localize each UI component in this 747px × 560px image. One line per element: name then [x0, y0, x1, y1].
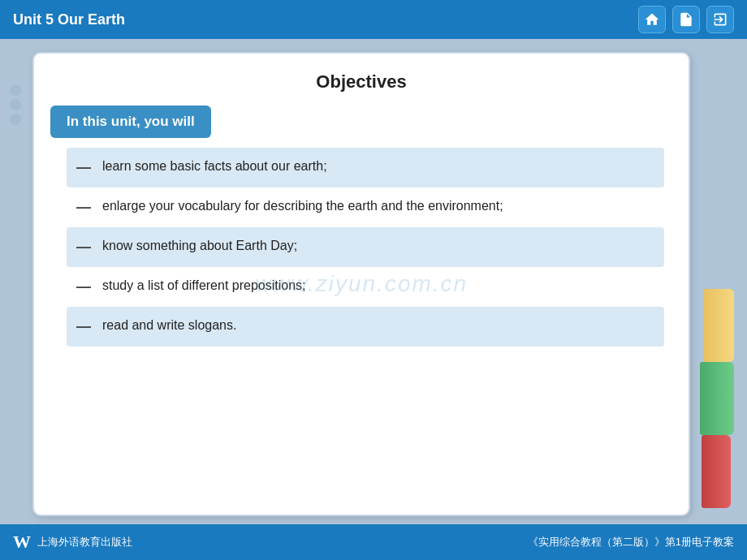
document-icon — [678, 11, 694, 28]
logo-letter: W — [13, 532, 31, 553]
book-decoration-1 — [703, 289, 734, 362]
main-area: Objectives In this unit, you will www.zi… — [0, 39, 747, 524]
objective-text: read and write slogans. — [102, 316, 236, 335]
list-item: — know something about Earth Day; — [67, 227, 664, 267]
content-card: Objectives In this unit, you will www.zi… — [32, 52, 690, 516]
deco-dot-1 — [10, 84, 21, 96]
left-decoration — [10, 52, 24, 516]
list-item: — enlarge your vocabulary for describing… — [67, 187, 664, 227]
bottom-bar: W 上海外语教育出版社 《实用综合教程（第二版）》第1册电子教案 — [0, 524, 747, 560]
book-decoration-2 — [700, 362, 734, 435]
home-button[interactable] — [638, 6, 666, 33]
page-title: Unit 5 Our Earth — [13, 11, 125, 28]
list-item: — study a list of different prepositions… — [67, 267, 664, 307]
objectives-list: — learn some basic facts about our earth… — [67, 148, 664, 347]
dash-icon: — — [76, 196, 91, 218]
toolbar-icons — [638, 6, 734, 33]
list-item: — read and write slogans. — [67, 307, 664, 347]
objective-text: know something about Earth Day; — [102, 236, 297, 256]
objective-text: learn some basic facts about our earth; — [102, 157, 327, 176]
dash-icon: — — [76, 316, 91, 338]
right-decoration — [698, 52, 737, 516]
deco-dot-3 — [10, 114, 21, 125]
exit-button[interactable] — [706, 6, 734, 33]
top-bar: Unit 5 Our Earth — [0, 0, 747, 39]
publisher-name: 上海外语教育出版社 — [37, 535, 132, 549]
exit-icon — [712, 11, 728, 28]
home-icon — [644, 11, 660, 28]
dash-icon: — — [76, 276, 91, 298]
document-button[interactable] — [672, 6, 700, 33]
footer-right-text: 《实用综合教程（第二版）》第1册电子教案 — [528, 535, 734, 549]
dash-icon: — — [76, 236, 91, 258]
unit-banner: In this unit, you will — [50, 106, 211, 138]
publisher-logo: W 上海外语教育出版社 — [13, 532, 132, 553]
list-item: — learn some basic facts about our earth… — [67, 148, 664, 187]
objective-text: enlarge your vocabulary for describing t… — [102, 196, 503, 216]
deco-dot-2 — [10, 99, 21, 110]
objective-text: study a list of different prepositions; — [102, 276, 306, 295]
card-title: Objectives — [34, 54, 689, 106]
dash-icon: — — [76, 157, 91, 179]
book-decoration-3 — [702, 435, 731, 508]
